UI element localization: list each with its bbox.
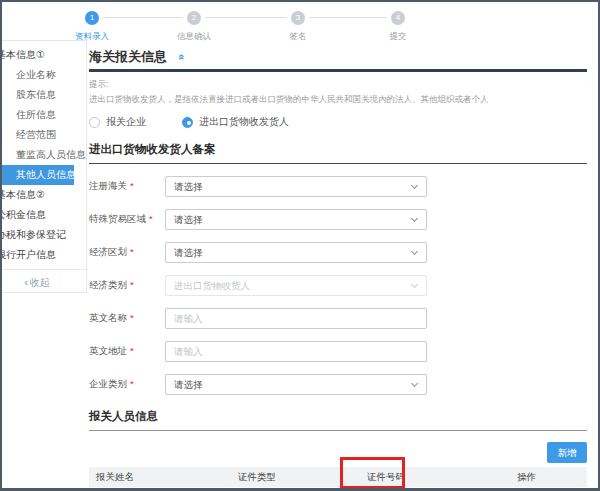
section-title-declaration-personnel: 报关人员信息 (89, 409, 587, 431)
progress-stepper: 1 2 3 4 资料录入 信息确认 签名 提交 (2, 2, 598, 46)
field-row-english-name: 英文名称* (89, 308, 587, 329)
required-asterisk: * (130, 180, 134, 191)
field-label: 经济类别 (89, 279, 127, 290)
economic-category-select: 进出口货物收货人 (165, 275, 427, 296)
sidebar-item-shareholder[interactable]: 股东信息 (0, 85, 86, 105)
section-title-consignee-filing: 进出口货物收发货人备案 (89, 142, 587, 164)
field-row-english-address: 英文地址* (89, 341, 587, 362)
personnel-table-header: 报关姓名 证件类型 证件号码 操作 (89, 467, 587, 487)
field-label: 英文地址 (89, 345, 127, 356)
step-connector (205, 17, 287, 18)
special-trade-zone-select[interactable]: 请选择 (165, 209, 427, 230)
sidebar-item-bank-account[interactable]: 银行开户信息 (0, 245, 86, 265)
column-header-declarant-name: 报关姓名 (96, 467, 134, 487)
step-connector (309, 17, 387, 18)
english-address-input[interactable] (165, 341, 427, 362)
chevron-left-icon: ‹ (24, 276, 28, 288)
column-header-id-number: 证件号码 (367, 467, 405, 487)
field-row-special-trade-zone: 特殊贸易区域* 请选择 (89, 209, 587, 230)
field-row-economic-category: 经济类别* 进出口货物收货人 (89, 275, 587, 296)
sidebar-item-housing-fund[interactable]: 公积金信息 (0, 205, 86, 225)
step-4-label: 提交 (358, 31, 438, 43)
chevron-down-icon (411, 215, 418, 222)
sidebar-collapse-label: 收起 (30, 277, 50, 288)
radio-customs-enterprise[interactable]: 报关企业 (89, 115, 146, 129)
required-asterisk: * (130, 279, 134, 290)
step-3-circle: 3 (291, 11, 305, 25)
registration-window: 1 2 3 4 资料录入 信息确认 签名 提交 基本信息① 企业名称 股东信息 … (0, 0, 600, 491)
sidebar-nav: 基本信息① 企业名称 股东信息 住所信息 经营范围 董监高人员信息 其他人员信息… (0, 40, 87, 293)
field-label: 英文名称 (89, 312, 127, 323)
english-name-input[interactable] (165, 308, 427, 329)
step-4-circle: 4 (391, 11, 405, 25)
sidebar-item-business-scope[interactable]: 经营范围 (0, 125, 86, 145)
entity-type-radio-group: 报关企业 进出口货物收发货人 (89, 115, 587, 129)
required-asterisk: * (149, 213, 153, 224)
chevron-down-icon (411, 281, 418, 288)
sidebar-item-executives[interactable]: 董监高人员信息 (0, 145, 86, 165)
field-label: 注册海关 (89, 180, 127, 191)
field-row-registered-customs: 注册海关* 请选择 (89, 176, 587, 197)
radio-label: 进出口货物收发货人 (199, 115, 289, 129)
required-asterisk: * (130, 378, 134, 389)
section-collapse-icon[interactable]: « (175, 54, 191, 60)
column-header-id-type: 证件类型 (238, 467, 276, 487)
required-asterisk: * (130, 345, 134, 356)
step-1-circle: 1 (85, 11, 99, 25)
sidebar-item-company-name[interactable]: 企业名称 (0, 65, 86, 85)
sidebar-divider (0, 269, 86, 270)
hint-label: 提示: (89, 79, 587, 91)
radio-checked-icon (182, 117, 193, 128)
chevron-down-icon (411, 248, 418, 255)
add-button[interactable]: 新增 (547, 442, 587, 463)
enterprise-category-select[interactable]: 请选择 (165, 374, 427, 395)
radio-label: 报关企业 (106, 115, 146, 129)
page-title: 海关报关信息 (89, 49, 167, 64)
sidebar-item-basic-info-1[interactable]: 基本信息① (0, 45, 86, 65)
field-label: 经济区划 (89, 246, 127, 257)
hint-text: 进出口货物收发货人，是指依法直接进口或者出口货物的中华人民共和国关境内的法人、其… (89, 94, 587, 106)
sidebar-item-basic-info-2[interactable]: 基本信息② (0, 185, 86, 205)
radio-import-export-consignee[interactable]: 进出口货物收发货人 (182, 115, 289, 129)
sidebar-item-address[interactable]: 住所信息 (0, 105, 86, 125)
economic-zone-select[interactable]: 请选择 (165, 242, 427, 263)
field-row-economic-zone: 经济区划* 请选择 (89, 242, 587, 263)
registered-customs-select[interactable]: 请选择 (165, 176, 427, 197)
field-row-enterprise-category: 企业类别* 请选择 (89, 374, 587, 395)
sidebar-item-tax-insurance[interactable]: 办税和参保登记 (0, 225, 86, 245)
field-label: 特殊贸易区域 (89, 213, 146, 224)
step-2-circle: 2 (187, 11, 201, 25)
required-asterisk: * (130, 312, 134, 323)
step-3-label: 签名 (258, 31, 338, 43)
step-2-label: 信息确认 (154, 31, 234, 43)
column-header-actions: 操作 (517, 467, 536, 487)
chevron-down-icon (411, 182, 418, 189)
field-label: 企业类别 (89, 378, 127, 389)
step-connector (103, 17, 183, 18)
sidebar-item-other-personnel[interactable]: 其他人员信息 (0, 165, 74, 185)
chevron-down-icon (411, 380, 418, 387)
sidebar-collapse-button[interactable]: ‹收起 (0, 272, 86, 292)
main-content: 海关报关信息 « 提示: 进出口货物收发货人，是指依法直接进口或者出口货物的中华… (89, 48, 587, 491)
required-asterisk: * (130, 246, 134, 257)
radio-unchecked-icon (89, 117, 100, 128)
title-divider (89, 69, 587, 72)
